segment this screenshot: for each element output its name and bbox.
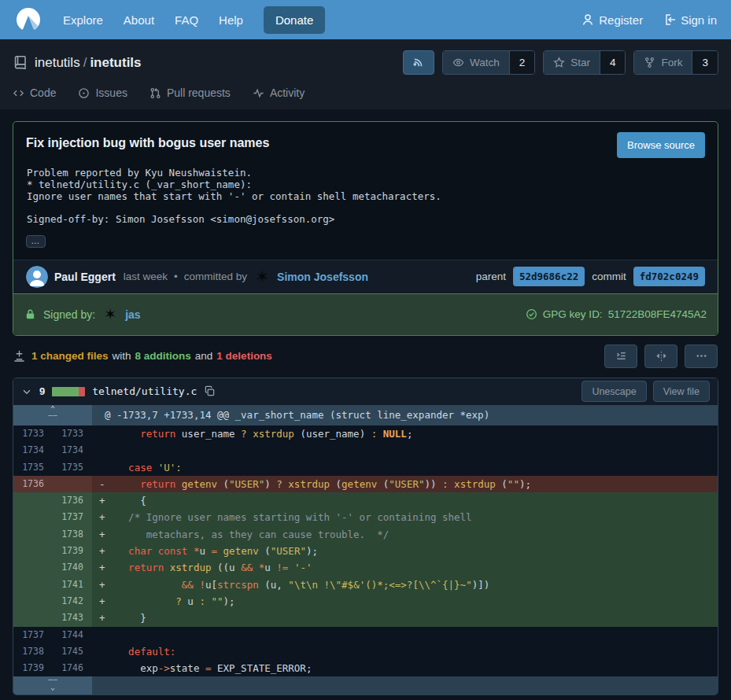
code-line: + metachars, as they can cause trouble. … xyxy=(92,526,718,543)
signer-avatar[interactable]: ✶ xyxy=(102,307,118,322)
new-line-number[interactable]: 1745 xyxy=(53,643,92,660)
tab-code[interactable]: Code xyxy=(13,87,56,99)
old-line-number[interactable]: 1734 xyxy=(13,442,53,459)
author-avatar[interactable] xyxy=(26,266,48,288)
new-line-number[interactable]: 1741 xyxy=(53,577,92,593)
old-line-number[interactable] xyxy=(13,610,53,626)
old-line-number[interactable] xyxy=(13,526,53,543)
new-line-number[interactable]: 1744 xyxy=(53,627,92,643)
split-view-button[interactable] xyxy=(644,344,677,368)
sign-in-icon xyxy=(663,13,676,26)
repo-name-link[interactable]: inetutils xyxy=(90,55,141,70)
parent-label: parent xyxy=(476,271,506,282)
hunk-header-text: @ -1733,7 +1733,14 @@ _var_short_name (s… xyxy=(92,405,718,426)
expand-down-button[interactable]: ┄┄⌄ xyxy=(13,676,92,694)
star-count[interactable]: 4 xyxy=(600,51,626,74)
file-diff-box: 9 telnetd/utility.c Unescape View file ⌃… xyxy=(13,378,718,695)
new-line-number[interactable]: 1734 xyxy=(53,442,92,459)
old-line-number[interactable]: 1736 xyxy=(13,476,53,492)
new-line-number[interactable]: 1735 xyxy=(53,459,92,476)
old-line-number[interactable] xyxy=(13,509,53,525)
file-stat-bar xyxy=(52,387,85,396)
new-line-number[interactable]: 1736 xyxy=(53,492,92,509)
tab-activity-label: Activity xyxy=(270,87,305,99)
stat-bar-additions xyxy=(52,387,79,396)
fork-icon xyxy=(644,57,655,68)
diff-options-button[interactable] xyxy=(685,344,718,368)
fork-button[interactable]: Fork 3 xyxy=(633,50,718,75)
diff-stats-row: 1 changed files with 8 additions and 1 d… xyxy=(13,344,718,368)
new-line-number[interactable]: 1743 xyxy=(53,610,92,626)
diff-row: 17341734 xyxy=(13,442,718,459)
diff-row: 1742+ ? u : ""); xyxy=(13,593,718,610)
repo-owner-link[interactable]: inetutils xyxy=(35,55,80,70)
line-marker: + xyxy=(92,610,105,626)
author-name[interactable]: Paul Eggert xyxy=(54,271,116,283)
old-line-number[interactable] xyxy=(13,559,53,576)
old-line-number[interactable]: 1738 xyxy=(13,643,53,660)
nav-link-faq[interactable]: FAQ xyxy=(175,13,198,27)
split-diff-icon xyxy=(655,350,667,362)
watch-button[interactable]: Watch 2 xyxy=(442,50,535,75)
old-line-number[interactable]: 1739 xyxy=(13,660,53,676)
nav-link-explore[interactable]: Explore xyxy=(63,13,103,27)
code-line: + && !u[strcspn (u, "\t\n !\"#$&'()*;<=>… xyxy=(92,577,718,593)
browse-source-button[interactable]: Browse source xyxy=(617,132,705,158)
new-line-number[interactable]: 1737 xyxy=(53,509,92,525)
committer-avatar[interactable]: ✶ xyxy=(253,268,271,286)
view-file-button[interactable]: View file xyxy=(653,381,710,402)
code-line: - return getenv ("USER") ? xstrdup (gete… xyxy=(92,476,718,492)
site-logo-icon[interactable] xyxy=(14,6,42,34)
nav-link-help[interactable]: Help xyxy=(219,13,243,27)
stats-and: and xyxy=(195,350,213,362)
whitespace-options-button[interactable] xyxy=(604,344,637,368)
committer-name[interactable]: Simon Josefsson xyxy=(277,271,368,283)
new-line-number[interactable]: 1733 xyxy=(53,426,92,442)
old-line-number[interactable] xyxy=(13,593,53,610)
old-line-number[interactable] xyxy=(13,577,53,593)
old-line-number[interactable]: 1735 xyxy=(13,459,53,476)
message-ellipsis-button[interactable]: ... xyxy=(26,235,46,248)
new-line-number[interactable]: 1742 xyxy=(53,593,92,610)
old-line-number[interactable] xyxy=(13,492,53,509)
tab-pull-requests[interactable]: Pull requests xyxy=(150,87,231,99)
old-line-number[interactable]: 1737 xyxy=(13,627,53,643)
new-line-number[interactable]: 1738 xyxy=(53,526,92,543)
signin-label: Sign in xyxy=(681,13,717,27)
diff-row: 1743+ } xyxy=(13,610,718,626)
donate-button[interactable]: Donate xyxy=(264,6,325,34)
copy-icon[interactable] xyxy=(204,385,216,397)
new-line-number[interactable]: 1746 xyxy=(53,660,92,676)
repo-header: inetutils/inetutils Watch 2 xyxy=(0,39,731,109)
nav-link-about[interactable]: About xyxy=(124,13,154,27)
tab-activity[interactable]: Activity xyxy=(253,87,305,99)
changed-files-link[interactable]: 1 changed files xyxy=(31,350,109,362)
expand-up-button[interactable]: ⌃┄┄ xyxy=(13,405,92,426)
signer-name[interactable]: jas xyxy=(125,308,140,321)
new-line-number[interactable]: 1739 xyxy=(53,543,92,559)
star-button[interactable]: Star 4 xyxy=(543,50,626,75)
commit-title: Fix injection bug with bogus user names xyxy=(26,132,269,150)
rss-button[interactable] xyxy=(403,50,434,75)
diff-row: 17381745 default: xyxy=(13,643,718,660)
watch-count[interactable]: 2 xyxy=(509,51,535,74)
fork-count[interactable]: 3 xyxy=(692,51,718,74)
signin-link[interactable]: Sign in xyxy=(663,13,717,27)
pull-request-icon xyxy=(150,87,161,99)
eye-icon xyxy=(452,57,464,68)
new-line-number[interactable]: 1740 xyxy=(53,559,92,576)
tab-issues-label: Issues xyxy=(95,87,127,99)
commit-hash-badge[interactable]: fd702c0249 xyxy=(633,267,705,286)
file-name-link[interactable]: telnetd/utility.c xyxy=(92,385,197,397)
parent-hash-badge[interactable]: 52d9686c22 xyxy=(513,267,585,286)
old-line-number[interactable]: 1733 xyxy=(13,426,53,442)
unescape-button[interactable]: Unescape xyxy=(581,381,646,402)
register-link[interactable]: Register xyxy=(581,13,643,27)
tab-issues[interactable]: Issues xyxy=(78,87,127,99)
diff-icon xyxy=(13,350,25,362)
chevron-down-icon[interactable] xyxy=(21,386,32,397)
old-line-number[interactable] xyxy=(13,543,53,559)
new-line-number[interactable] xyxy=(53,476,92,492)
code-line: + return xstrdup ((u && *u != '-' xyxy=(92,559,718,576)
gpg-key-label: GPG key ID: xyxy=(543,308,603,320)
